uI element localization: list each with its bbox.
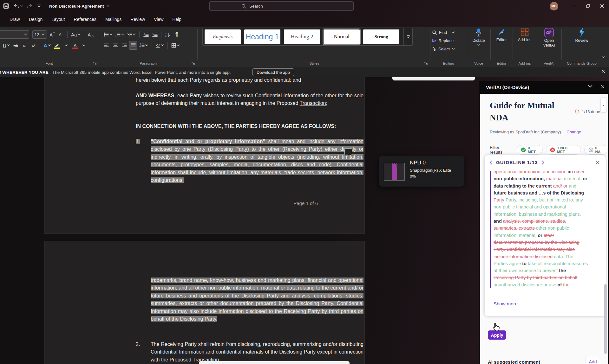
panel-close-icon[interactable] — [601, 85, 605, 89]
ribbon-tab-layout[interactable]: Layout — [47, 14, 69, 24]
npu-title: NPU 0 — [410, 160, 426, 166]
grow-font-button[interactable]: A^ — [48, 30, 56, 39]
ribbon-tab-references[interactable]: References — [69, 14, 101, 24]
filter-pill-met[interactable]: 0 MET — [517, 145, 543, 155]
filter-pill-na[interactable]: 0 NA — [584, 145, 608, 155]
redline-line: Party Party, including, but not limited … — [494, 196, 601, 203]
styles-dialog-launcher-icon[interactable] — [424, 62, 428, 65]
ribbon-tab-design[interactable]: Design — [24, 14, 47, 24]
number-list-button[interactable]: 123 — [115, 30, 125, 39]
font-name-combo[interactable] — [0, 30, 29, 39]
clipped-card-bottom — [199, 361, 350, 364]
shrink-font-button[interactable]: Aˇ — [57, 30, 65, 39]
redline-line: non-public financial and operational — [494, 203, 601, 210]
document-title[interactable]: Non Disclosure Agreement — [49, 4, 109, 9]
svg-text:Z: Z — [165, 35, 167, 37]
document-page-1[interactable]: each other's business; assets; financial… — [44, 77, 365, 234]
font-dialog-launcher-icon[interactable] — [93, 62, 96, 65]
text-effects-button[interactable]: A — [43, 41, 52, 49]
redline-line: non-public information, material materia… — [494, 175, 601, 182]
ribbon-tab-draw[interactable]: Draw — [5, 14, 24, 24]
strikethrough-button[interactable]: ab — [12, 41, 20, 49]
review-button[interactable]: Review — [563, 28, 601, 43]
panel-side-collapse-tab[interactable]: ‹ — [600, 98, 607, 112]
document-page-2[interactable]: trademarks, brand name, know-how, busine… — [44, 241, 365, 364]
find-button[interactable]: Find — [432, 29, 455, 36]
replace-button[interactable]: b c Replace — [432, 37, 454, 44]
clear-formatting-button[interactable]: A◇ — [87, 30, 95, 39]
align-center-button[interactable] — [112, 41, 119, 49]
progress-indicator: 1/13 done — [574, 109, 600, 114]
style-card-heading-2[interactable]: Heading 2 — [284, 29, 320, 44]
styles-gallery-more-button[interactable] — [403, 28, 412, 45]
dictate-button[interactable]: Dictate — [468, 28, 489, 46]
shading-button[interactable] — [154, 41, 165, 49]
font-color-button[interactable]: A — [71, 41, 79, 49]
font-size-combo[interactable]: 12 — [32, 30, 47, 39]
prev-guideline-icon[interactable] — [489, 160, 493, 165]
ribbon-tab-mailings[interactable]: Mailings — [101, 14, 126, 24]
paragraph: businesses (hereinafter referred to as “… — [136, 77, 363, 84]
style-card-emphasis[interactable]: Emphasis — [205, 29, 241, 44]
highlight-dropdown[interactable] — [62, 41, 70, 49]
align-left-button[interactable] — [103, 41, 110, 49]
add-comment-button[interactable]: Add — [586, 357, 600, 364]
sort-button[interactable]: AZ — [164, 30, 172, 39]
reviewing-as-row: Reviewing as SpotDraft Inc (Company) Cha… — [490, 130, 581, 134]
ribbon-tab-help[interactable]: Help — [168, 14, 186, 24]
ribbon-tab-view[interactable]: View — [149, 14, 168, 24]
paragraph-dialog-launcher-icon[interactable] — [192, 62, 195, 65]
style-card-normal[interactable]: Normal — [324, 29, 360, 44]
panel-collapse-icon[interactable] — [588, 85, 593, 88]
commands-group: Review Commands Group — [563, 27, 601, 67]
show-more-link[interactable]: Show more — [494, 301, 518, 306]
banner-close-icon[interactable] — [601, 69, 605, 73]
style-card-heading-1[interactable]: Heading 1 — [244, 29, 280, 44]
next-guideline-icon[interactable] — [541, 160, 545, 165]
ribbon-tab-row: DrawDesignLayoutReferencesMailingsReview… — [0, 12, 609, 27]
save-icon[interactable] — [3, 3, 9, 9]
avatar[interactable]: MB — [550, 2, 558, 10]
underline-button[interactable]: U — [2, 41, 11, 49]
clipped-card-top — [392, 77, 475, 80]
bullet-list-button[interactable] — [103, 30, 113, 39]
line-spacing-button[interactable] — [138, 41, 149, 49]
undo-button[interactable] — [13, 3, 23, 9]
justify-button[interactable] — [129, 41, 137, 49]
show-marks-button[interactable]: ¶ — [173, 30, 180, 39]
editor-button[interactable]: Editor — [492, 28, 511, 42]
increase-indent-button[interactable] — [151, 30, 159, 39]
find-icon — [432, 30, 437, 35]
panel-scrollbar[interactable] — [604, 284, 607, 354]
search-input[interactable]: Search — [209, 1, 354, 11]
borders-button[interactable] — [170, 41, 180, 49]
add-comment-icon[interactable]: + — [344, 148, 352, 155]
collapse-ribbon-icon[interactable] — [602, 56, 605, 58]
font-color-dropdown[interactable] — [80, 41, 88, 49]
multilevel-list-button[interactable] — [126, 30, 137, 39]
highlight-color-button[interactable] — [53, 41, 61, 49]
ribbon-tabs: DrawDesignLayoutReferencesMailingsReview… — [0, 14, 186, 24]
filter-pill-notmet[interactable]: 1 NOT MET — [546, 145, 581, 155]
select-button[interactable]: Select — [432, 45, 455, 53]
guideline-close-icon[interactable] — [595, 160, 599, 165]
change-link[interactable]: Change — [566, 130, 581, 134]
addins-grid-icon — [520, 28, 529, 37]
minimize-button[interactable] — [567, 0, 581, 12]
style-card-strong[interactable]: Strong — [363, 29, 399, 44]
close-button[interactable] — [595, 0, 609, 12]
search-placeholder: Search — [249, 4, 263, 9]
align-right-button[interactable] — [121, 41, 128, 49]
font-group: 12 A^ Aˇ Aa A◇ U ab x₂ x² A A Font — [0, 27, 98, 67]
change-case-button[interactable]: Aa — [70, 30, 81, 39]
ribbon-tab-review[interactable]: Review — [126, 14, 149, 24]
addins-button[interactable]: Add-ins — [514, 28, 535, 42]
customize-qat-icon[interactable] — [37, 4, 41, 8]
open-verifai-button[interactable]: Open VerifAI — [538, 28, 560, 48]
superscript-button[interactable]: x² — [30, 41, 37, 49]
redo-icon[interactable] — [27, 3, 33, 9]
restore-button[interactable] — [581, 0, 595, 12]
decrease-indent-button[interactable] — [142, 30, 150, 39]
subscript-button[interactable]: x₂ — [21, 41, 29, 49]
download-app-button[interactable]: Download the app — [252, 68, 294, 76]
